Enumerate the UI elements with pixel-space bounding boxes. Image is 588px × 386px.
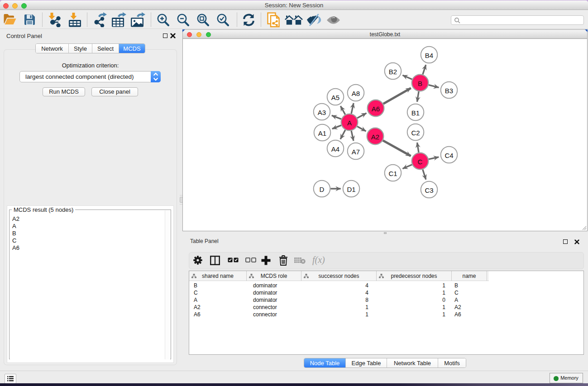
svg-text:A8: A8 xyxy=(352,90,360,97)
svg-text:A3: A3 xyxy=(318,109,326,116)
svg-text:B3: B3 xyxy=(445,87,453,95)
svg-text:B1: B1 xyxy=(411,109,420,117)
svg-text:D1: D1 xyxy=(347,186,355,193)
svg-text:A7: A7 xyxy=(352,148,360,156)
svg-text:A2: A2 xyxy=(371,133,379,141)
svg-text:D: D xyxy=(320,186,325,193)
svg-text:B: B xyxy=(418,80,422,87)
svg-text:B4: B4 xyxy=(425,52,433,59)
svg-text:B2: B2 xyxy=(389,68,397,76)
svg-text:C: C xyxy=(418,158,423,166)
svg-text:A5: A5 xyxy=(331,94,339,101)
svg-text:C4: C4 xyxy=(445,152,453,159)
svg-text:C2: C2 xyxy=(411,129,420,137)
svg-text:A: A xyxy=(347,119,352,127)
svg-text:C1: C1 xyxy=(388,170,397,177)
svg-text:A6: A6 xyxy=(372,105,380,113)
svg-text:A1: A1 xyxy=(318,129,326,137)
svg-text:C3: C3 xyxy=(425,186,433,194)
svg-text:A4: A4 xyxy=(331,145,339,153)
